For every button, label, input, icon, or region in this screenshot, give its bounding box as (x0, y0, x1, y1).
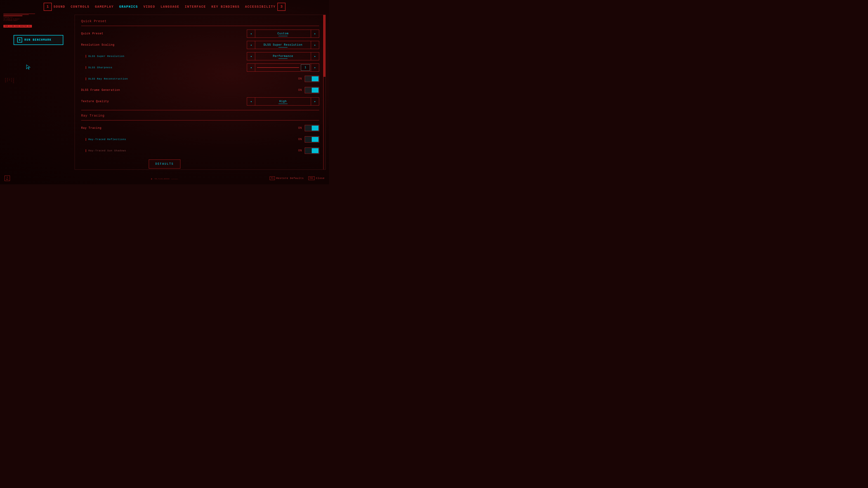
quick-preset-selector[interactable]: ◂ Custom ▸ (247, 30, 319, 38)
setting-label-resolution-scaling: Resolution Scaling (81, 43, 115, 46)
logo-lines (3, 13, 35, 16)
dlss-sharpness-arrow-right[interactable]: ▸ (311, 64, 319, 72)
benchmark-key: B (17, 37, 22, 42)
restore-defaults-action[interactable]: F1 Restore Defaults (270, 176, 304, 180)
close-label: Close (316, 177, 324, 180)
logo-area: CYBERPUNK 2077 THE LEGEND OF CD PROJEKT … (3, 13, 35, 22)
setting-label-texture: Texture Quality (81, 100, 109, 103)
quick-preset-arrow-left[interactable]: ◂ (247, 30, 255, 38)
setting-label-dlss-rr: DLSS Ray Reconstruction (86, 77, 128, 80)
rt-status: ON (298, 127, 302, 130)
setting-label-quick-preset: Quick Preset (81, 32, 103, 35)
nav-item-sound[interactable]: SOUND (54, 5, 65, 8)
dlss-fg-toggle[interactable] (305, 87, 319, 93)
left-panel: CYBERPUNK 2077 THE LEGEND OF CD PROJEKT … (0, 12, 74, 184)
resolution-scaling-arrow-right[interactable]: ▸ (311, 41, 319, 49)
rt-toggle[interactable] (305, 125, 319, 131)
setting-ray-tracing: Ray Tracing ON (81, 124, 319, 132)
setting-dlss-sharpness: DLSS Sharpness ◂ 1 ▸ (81, 64, 319, 72)
resolution-scaling-selector[interactable]: ◂ DLSS Super Resolution ▸ (247, 41, 319, 49)
run-benchmark-button[interactable]: B RUN BENCHMARK (13, 35, 63, 45)
nav-item-keybindings[interactable]: KEY BINDINGS (211, 5, 240, 8)
dlss-sharpness-value: 1 (301, 64, 310, 71)
close-key-badge: ESC (308, 176, 315, 180)
rt-ref-thumb (312, 137, 318, 142)
setting-texture-quality: Texture Quality ◂ High ▸ (81, 97, 319, 105)
nav-box-left: 1 (43, 3, 52, 11)
dlss-fg-thumb (312, 88, 318, 93)
dlss-fg-status: ON (298, 89, 302, 92)
version-v-label: V (6, 176, 8, 178)
version-info: V 85 (4, 175, 12, 181)
rt-sun-thumb (312, 148, 318, 153)
rt-ref-toggle[interactable] (305, 136, 319, 142)
nav-items: SOUND CONTROLS GAMEPLAY GRAPHICS VIDEO L… (54, 5, 276, 8)
setting-label-dlss-fg: DLSS Frame Generation (81, 89, 120, 92)
nav-item-graphics[interactable]: GRAPHICS (119, 5, 138, 8)
close-action[interactable]: ESC Close (308, 176, 324, 180)
nav-item-accessibility[interactable]: ACCESSIBILITY (245, 5, 276, 8)
nav-item-gameplay[interactable]: GAMEPLAY (95, 5, 114, 8)
rt-ref-status: ON (298, 138, 302, 141)
dlss-sr-value: Performance (255, 55, 311, 58)
setting-label-rt: Ray Tracing (81, 127, 101, 130)
dlss-sr-arrow-left[interactable]: ◂ (247, 52, 255, 60)
version-num-label: 85 (6, 178, 8, 180)
left-decorations: NETWORK NEURAL LINK ACTIVE SCANNING (4, 78, 14, 84)
defaults-button[interactable]: DEFAULTS (149, 160, 180, 168)
settings-panel-wrapper: Quick Preset Quick Preset ◂ Custom ▸ Res… (74, 15, 326, 170)
bottom-bar: V 85 TRN_TLCAS_B00099 F1 Restore Default… (0, 172, 329, 184)
logo-text: CYBERPUNK 2077 THE LEGEND OF CD PROJEKT … (3, 17, 35, 22)
scrollbar-thumb (323, 15, 326, 77)
dlss-sharpness-track (257, 67, 299, 68)
center-deco: TRN_TLCAS_B00099 (151, 178, 178, 180)
setting-quick-preset: Quick Preset ◂ Custom ▸ (81, 30, 319, 38)
quick-preset-value: Custom (255, 32, 311, 35)
dlss-sharpness-arrow-left[interactable]: ◂ (247, 64, 255, 72)
settings-panel: Quick Preset Quick Preset ◂ Custom ▸ Res… (74, 15, 326, 170)
rt-toggle-container: ON (298, 125, 319, 131)
quick-preset-arrow-right[interactable]: ▸ (311, 30, 319, 38)
texture-arrow-right[interactable]: ▸ (311, 97, 319, 105)
setting-label-dlss-sharpness: DLSS Sharpness (86, 66, 112, 69)
triangle-icon (151, 178, 152, 180)
rt-sun-toggle[interactable] (305, 148, 319, 154)
version-bar-top: VER 1.00.123.456789.01 (3, 25, 32, 28)
texture-arrow-left[interactable]: ◂ (247, 97, 255, 105)
restore-key-badge: F1 (270, 176, 275, 180)
nav-bar: 1 SOUND CONTROLS GAMEPLAY GRAPHICS VIDEO… (0, 0, 329, 13)
resolution-scaling-value: DLSS Super Resolution (255, 43, 311, 46)
setting-rt-sun-shadows: Ray-Traced Sun Shadows ON (81, 147, 319, 155)
setting-label-rt-sun: Ray-Traced Sun Shadows (86, 149, 126, 152)
scrollbar-track[interactable] (323, 15, 326, 169)
rt-thumb (312, 126, 318, 131)
version-badge: V 85 (4, 175, 10, 181)
setting-dlss-ray-reconstruction: DLSS Ray Reconstruction ON (81, 75, 319, 83)
resolution-scaling-arrow-left[interactable]: ◂ (247, 41, 255, 49)
nav-box-right: 3 (277, 3, 285, 11)
bottom-actions: F1 Restore Defaults ESC Close (270, 176, 324, 180)
dlss-fg-toggle-container: ON (298, 87, 319, 93)
nav-item-video[interactable]: VIDEO (143, 5, 155, 8)
dlss-rr-thumb (312, 76, 318, 81)
setting-label-rt-ref: Ray-Traced Reflections (86, 138, 126, 141)
setting-label-dlss-sr: DLSS Super Resolution (86, 55, 125, 58)
texture-quality-value: High (255, 100, 311, 103)
dlss-sharpness-slider[interactable]: ◂ 1 ▸ (247, 64, 319, 72)
setting-rt-reflections: Ray-Traced Reflections ON (81, 135, 319, 143)
dlss-sr-selector[interactable]: ◂ Performance ▸ (247, 52, 319, 60)
nav-item-controls[interactable]: CONTROLS (71, 5, 90, 8)
rt-ref-toggle-container: ON (298, 136, 319, 142)
section-ray-tracing-header: Ray Tracing (81, 114, 319, 121)
texture-quality-selector[interactable]: ◂ High ▸ (247, 97, 319, 105)
cursor-arrow (26, 64, 31, 70)
dlss-sr-arrow-right[interactable]: ▸ (311, 52, 319, 60)
section-quick-preset-header: Quick Preset (81, 20, 319, 26)
settings-scroll-area[interactable]: Quick Preset Quick Preset ◂ Custom ▸ Res… (75, 15, 326, 169)
dlss-rr-toggle-container: ON (298, 76, 319, 82)
nav-item-language[interactable]: LANGUAGE (160, 5, 179, 8)
rt-sun-status: ON (298, 149, 302, 152)
nav-item-interface[interactable]: INTERFACE (185, 5, 206, 8)
dlss-rr-toggle[interactable] (305, 76, 319, 82)
setting-resolution-scaling: Resolution Scaling ◂ DLSS Super Resoluti… (81, 41, 319, 49)
